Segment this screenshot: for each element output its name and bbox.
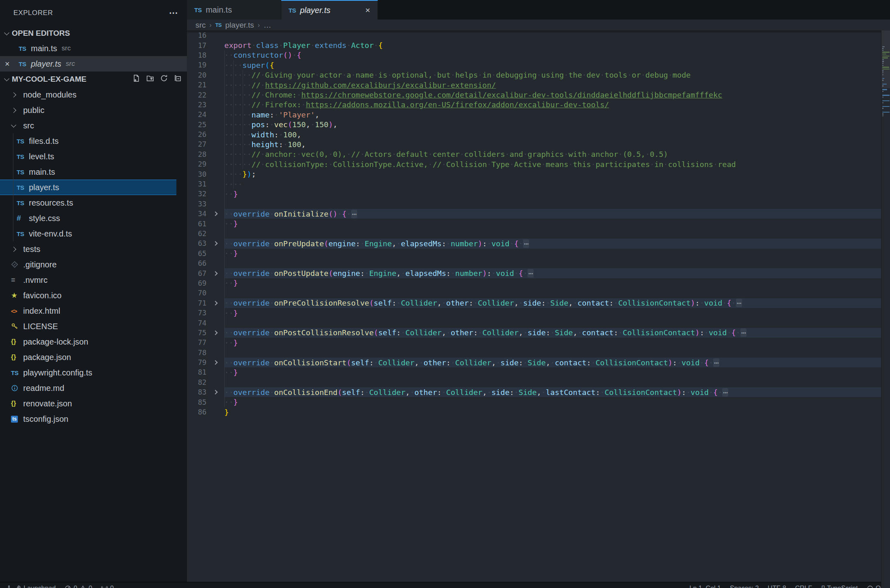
tab-player-ts[interactable]: TSplayer.ts× <box>281 0 378 20</box>
code-line[interactable]: 73··} <box>187 308 890 318</box>
status-item-1[interactable]: Spaces: 2 <box>730 585 759 588</box>
code-line[interactable]: 31···· <box>187 179 890 189</box>
open-editor-item[interactable]: ×TSplayer.tssrc <box>0 56 187 72</box>
code-line[interactable]: 17export·class·Player·extends·Actor·{ <box>187 40 890 50</box>
fold-chevron-icon[interactable] <box>206 242 224 245</box>
code-line[interactable]: 83··override·onCollisionEnd(self:·Collid… <box>187 387 890 397</box>
fold-chevron-icon[interactable] <box>206 331 224 334</box>
code-line[interactable]: 67··override·onPostUpdate(engine:·Engine… <box>187 268 890 278</box>
code-line[interactable]: 21······//·https://github.com/excaliburj… <box>187 80 890 90</box>
code-line[interactable]: 18··constructor()·{ <box>187 50 890 60</box>
tree-item-style-css[interactable]: #style.css <box>0 210 187 226</box>
tree-item-tsconfig-json[interactable]: tstsconfig.json <box>0 411 187 427</box>
code-line[interactable]: 30····}); <box>187 169 890 179</box>
code-line[interactable]: 81··} <box>187 367 890 377</box>
new-file-icon[interactable] <box>132 74 140 84</box>
status-item-2[interactable]: UTF-8 <box>768 585 786 588</box>
code-line[interactable]: 66 <box>187 258 890 268</box>
code-token: Side <box>555 328 573 337</box>
tree-item-files-d-ts[interactable]: TSfiles.d.ts <box>0 133 187 149</box>
tree-item-favicon-ico[interactable]: ★favicon.ico <box>0 288 187 303</box>
fold-chevron-icon[interactable] <box>206 391 224 394</box>
tree-item-index-html[interactable]: <>index.html <box>0 303 187 319</box>
code-line[interactable]: 28······//·anchor:·vec(0,·0),·//·Actors·… <box>187 150 890 159</box>
tab-main-ts[interactable]: TSmain.ts <box>187 0 281 20</box>
code-line[interactable]: 29······//·collisionType:·CollisionType.… <box>187 159 890 169</box>
fold-chevron-icon[interactable] <box>206 272 224 275</box>
code-line[interactable]: 22······//·Chrome:·https://chromewebstor… <box>187 90 890 100</box>
tree-item-main-ts[interactable]: TSmain.ts <box>0 164 187 180</box>
status-item-3[interactable]: CRLF <box>795 585 812 588</box>
code-line[interactable]: 16 <box>187 30 890 40</box>
breadcrumb-file[interactable]: player.ts <box>225 21 254 30</box>
tree-item-license[interactable]: LICENSE <box>0 319 187 334</box>
collapse-all-icon[interactable] <box>174 74 182 84</box>
tree-item-vite-env-d-ts[interactable]: TSvite-env.d.ts <box>0 226 187 241</box>
code-line[interactable]: 23······//·Firefox:·https://addons.mozil… <box>187 100 890 110</box>
open-editors-header[interactable]: OPEN EDITORS <box>0 26 187 41</box>
code-line[interactable]: 74 <box>187 318 890 328</box>
code-line[interactable]: 62 <box>187 229 890 239</box>
fold-chevron-icon[interactable] <box>206 212 224 215</box>
code-line[interactable]: 27······height:·100, <box>187 139 890 149</box>
tree-item-renovate-json[interactable]: {}renovate.json <box>0 396 187 411</box>
tree-item-src[interactable]: src <box>0 118 187 133</box>
code-line[interactable]: 77··} <box>187 338 890 347</box>
code-line[interactable]: 70 <box>187 288 890 298</box>
code-line-content: ··} <box>224 189 881 199</box>
tree-item-public[interactable]: public <box>0 102 187 118</box>
code-line[interactable]: 19····super({ <box>187 60 890 70</box>
code-token: side <box>501 358 519 367</box>
tree-item-tests[interactable]: tests <box>0 241 187 257</box>
code-line[interactable]: 86} <box>187 407 890 417</box>
fold-chevron-icon[interactable] <box>206 302 224 305</box>
code-line[interactable]: 34··override·onInitialize()·{·⋯ <box>187 209 890 219</box>
code-line[interactable]: 75··override·onPostCollisionResolve(self… <box>187 328 890 338</box>
tree-item-level-ts[interactable]: TSlevel.ts <box>0 149 187 164</box>
tree-item-node-modules[interactable]: node_modules <box>0 87 187 102</box>
code-line[interactable]: 61··} <box>187 219 890 228</box>
tree-item-package-json[interactable]: {}package.json <box>0 349 187 365</box>
close-icon[interactable]: × <box>365 5 370 15</box>
breadcrumb-folder[interactable]: src <box>195 21 206 30</box>
code-line[interactable]: 63··override·onPreUpdate(engine:·Engine,… <box>187 239 890 248</box>
tree-item--gitignore[interactable]: .gitignore <box>0 257 187 272</box>
status-ports[interactable]: 0 <box>101 585 114 588</box>
code-line[interactable]: 24······name:·'Player', <box>187 110 890 119</box>
code-line[interactable]: 25······pos:·vec(150,·150), <box>187 120 890 130</box>
tree-item-package-lock-json[interactable]: {}package-lock.json <box>0 334 187 349</box>
close-icon[interactable]: × <box>5 59 19 69</box>
status-item-4[interactable]: {} TypeScript <box>821 585 857 588</box>
code-line[interactable]: 85··} <box>187 397 890 407</box>
fold-chevron-icon[interactable] <box>206 361 224 364</box>
whitespace-dot: · <box>297 91 301 99</box>
code-line[interactable]: 26······width:·100, <box>187 130 890 139</box>
code-line[interactable]: 71··override·onPreCollisionResolve(self:… <box>187 298 890 308</box>
open-editor-item[interactable]: TSmain.tssrc <box>0 41 187 56</box>
breadcrumb-more[interactable]: … <box>263 21 271 30</box>
chevron-down-icon <box>4 30 9 35</box>
code-line[interactable]: 78 <box>187 348 890 358</box>
whitespace-dot: · <box>713 160 718 169</box>
tree-item-playwright-config-ts[interactable]: TSplaywright.config.ts <box>0 365 187 380</box>
code-line[interactable]: 69··} <box>187 278 890 288</box>
tree-item-readme-md[interactable]: readme.md <box>0 380 187 396</box>
status-problems[interactable]: 00 <box>65 585 92 588</box>
tree-item--nvmrc[interactable]: ≡.nvmrc <box>0 272 187 288</box>
code-line[interactable]: 32··} <box>187 189 890 199</box>
tree-item-resources-ts[interactable]: TSresources.ts <box>0 195 187 210</box>
refresh-icon[interactable] <box>160 74 168 84</box>
code-line[interactable]: 65··} <box>187 249 890 258</box>
tree-item-player-ts[interactable]: TSplayer.ts <box>0 180 176 195</box>
code-line[interactable]: 79··override·onCollisionStart(self:·Coll… <box>187 358 890 367</box>
code-editor[interactable]: 1617export·class·Player·extends·Actor·{1… <box>187 30 890 588</box>
status-launchpad[interactable]: Launchpad <box>6 585 56 588</box>
new-folder-icon[interactable] <box>146 74 154 84</box>
more-actions-icon[interactable]: ⋯ <box>169 11 178 15</box>
code-line[interactable]: 82 <box>187 378 890 387</box>
project-header[interactable]: MY-COOL-EX-GAME <box>0 72 187 87</box>
code-line[interactable]: 33 <box>187 199 890 209</box>
minimap[interactable] <box>881 30 890 588</box>
code-line[interactable]: 20······//·Giving·your·actor·a·name·is·o… <box>187 70 890 80</box>
status-item-0[interactable]: Ln 1, Col 1 <box>690 585 721 588</box>
